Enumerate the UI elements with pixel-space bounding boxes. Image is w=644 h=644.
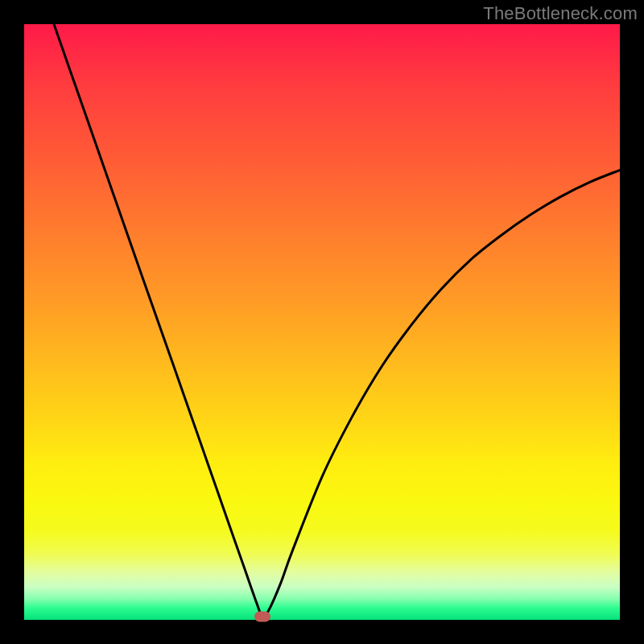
chart-canvas: TheBottleneck.com [0,0,644,644]
bottleneck-curve [54,24,620,617]
watermark-text: TheBottleneck.com [483,3,638,24]
optimum-marker [254,612,270,622]
plot-area [24,24,620,620]
curve-svg [24,24,620,620]
